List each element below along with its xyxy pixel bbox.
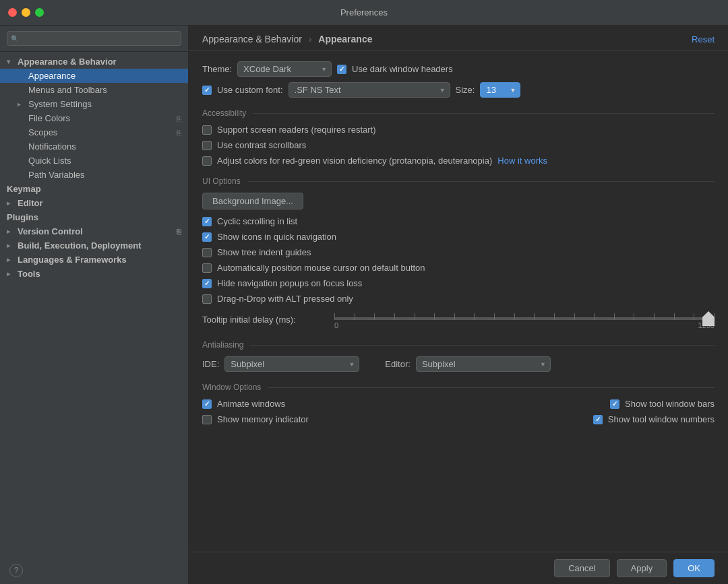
- hide-nav-popups-checkbox[interactable]: [202, 279, 212, 288]
- maximize-button[interactable]: [35, 8, 44, 17]
- reset-button[interactable]: Reset: [692, 34, 715, 44]
- drag-drop-alt-checkbox[interactable]: [202, 294, 212, 304]
- tooltip-slider-row: Tooltip initial delay (ms): 0 1200: [202, 309, 715, 329]
- sidebar-item-label: File Colors: [28, 113, 70, 123]
- editor-aa-dropdown[interactable]: Subpixel ▼: [416, 356, 551, 372]
- show-tool-window-numbers-checkbox[interactable]: [593, 415, 603, 424]
- how-it-works-link[interactable]: How it works: [497, 156, 547, 166]
- arrow-icon: ▸: [7, 270, 16, 278]
- auto-position-mouse-checkbox[interactable]: [202, 263, 212, 273]
- help-button[interactable]: ?: [9, 564, 23, 577]
- tooltip-slider-track[interactable]: [334, 317, 715, 320]
- dark-header-checkbox[interactable]: [337, 65, 346, 74]
- sidebar-search-area[interactable]: [0, 26, 188, 52]
- sidebar-item-scopes[interactable]: Scopes⎘: [0, 125, 188, 139]
- breadcrumb-parent: Appearance & Behavior: [202, 34, 302, 44]
- antialiasing-row: IDE: Subpixel ▼ Editor: Subpixel ▼: [202, 356, 715, 372]
- sidebar-item-plugins[interactable]: Plugins: [0, 210, 188, 224]
- chevron-down-icon: ▼: [321, 66, 327, 73]
- sidebar-item-keymap[interactable]: Keymap: [0, 182, 188, 196]
- window-options-rows: Animate windows Show tool window bars Sh…: [202, 399, 715, 424]
- sidebar-item-path-variables[interactable]: Path Variables: [0, 168, 188, 182]
- show-tool-window-bars-checkbox[interactable]: [610, 399, 619, 409]
- minimize-button[interactable]: [22, 8, 30, 17]
- arrow-icon: ▸: [18, 100, 27, 108]
- breadcrumb: Appearance & Behavior › Appearance: [202, 34, 372, 44]
- ui-options-items: Cyclic scrolling in list Show icons in q…: [202, 216, 715, 304]
- contrast-scrollbars-checkbox[interactable]: [202, 141, 212, 150]
- accessibility-section-divider: Accessibility: [202, 108, 715, 118]
- close-button[interactable]: [8, 8, 17, 17]
- ok-button[interactable]: OK: [673, 559, 715, 577]
- ui-options-label: UI Options: [202, 176, 241, 186]
- chevron-down-icon: ▼: [439, 87, 446, 94]
- bg-image-area: Background Image...: [202, 193, 715, 216]
- window-options-section-divider: Window Options: [202, 383, 715, 392]
- ui-option-cyclic-scrolling: Cyclic scrolling in list: [202, 216, 715, 226]
- sidebar-item-label: Appearance & Behavior: [18, 57, 117, 67]
- search-input[interactable]: [7, 31, 181, 46]
- slider-tick: [654, 313, 655, 320]
- tooltip-slider-container: 0 1200: [334, 309, 715, 329]
- dark-header-label: Use dark window headers: [352, 64, 453, 74]
- window-option-row-1: Show memory indicator Show tool window n…: [202, 414, 715, 424]
- slider-tick: [554, 313, 555, 320]
- slider-tick: [334, 313, 335, 320]
- screen-readers-checkbox[interactable]: [202, 125, 212, 135]
- slider-tick: [514, 313, 515, 320]
- cancel-button[interactable]: Cancel: [554, 559, 609, 577]
- sidebar-item-label: Plugins: [7, 212, 38, 222]
- sidebar-item-notifications[interactable]: Notifications: [0, 139, 188, 154]
- sidebar-item-appearance[interactable]: Appearance: [0, 69, 188, 83]
- arrow-icon: ▸: [7, 242, 16, 249]
- background-image-button[interactable]: Background Image...: [202, 193, 303, 209]
- slider-tick: [594, 313, 595, 320]
- sidebar-item-appearance-behavior[interactable]: ▾Appearance & Behavior: [0, 55, 188, 69]
- breadcrumb-separator: ›: [309, 34, 312, 44]
- show-memory-checkbox[interactable]: [202, 415, 212, 424]
- sidebar-item-tools[interactable]: ▸Tools: [0, 267, 188, 281]
- animate-windows-checkbox[interactable]: [202, 399, 212, 409]
- sidebar-item-version-control[interactable]: ▸Version Control⎘: [0, 224, 188, 238]
- content-panel: Appearance & Behavior › Appearance Reset…: [189, 26, 728, 584]
- show-tool-window-numbers-label: Show tool window numbers: [608, 414, 715, 424]
- divider-line-ui: [247, 181, 715, 182]
- sidebar-item-system-settings[interactable]: ▸System Settings: [0, 97, 188, 111]
- arrow-icon: ▸: [7, 199, 16, 207]
- color-deficiency-checkbox[interactable]: [202, 156, 212, 166]
- sidebar-item-build-execution[interactable]: ▸Build, Execution, Deployment: [0, 238, 188, 253]
- custom-font-checkbox[interactable]: [202, 86, 212, 95]
- sidebar-item-label: Languages & Frameworks: [18, 255, 127, 265]
- ui-option-drag-drop-alt: Drag-n-Drop with ALT pressed only: [202, 294, 715, 304]
- sidebar-item-quick-lists[interactable]: Quick Lists: [0, 154, 188, 168]
- animate-windows-label: Animate windows: [217, 399, 285, 409]
- copy-icon: ⎘: [177, 115, 181, 123]
- sidebar-item-editor[interactable]: ▸Editor: [0, 196, 188, 210]
- sidebar-item-label: Keymap: [7, 184, 41, 194]
- chevron-down-icon: ▼: [348, 361, 355, 368]
- slider-tick: [374, 313, 375, 320]
- apply-button[interactable]: Apply: [617, 559, 667, 577]
- ide-aa-dropdown[interactable]: Subpixel ▼: [224, 356, 359, 372]
- sidebar-item-languages-frameworks[interactable]: ▸Languages & Frameworks: [0, 253, 188, 267]
- sidebar-item-label: Version Control: [18, 226, 83, 236]
- sidebar: ▾Appearance & BehaviorAppearanceMenus an…: [0, 26, 189, 584]
- tree-indent-checkbox[interactable]: [202, 248, 212, 257]
- font-dropdown[interactable]: .SF NS Text ▼: [289, 82, 450, 98]
- sidebar-item-label: Menus and Toolbars: [28, 85, 107, 95]
- sidebar-item-label: Scopes: [28, 127, 57, 137]
- custom-font-label: Use custom font:: [217, 85, 283, 95]
- sidebar-item-file-colors[interactable]: File Colors⎘: [0, 111, 188, 125]
- theme-dropdown[interactable]: XCode Dark ▼: [237, 61, 332, 77]
- slider-tick: [454, 313, 455, 320]
- cyclic-scrolling-checkbox[interactable]: [202, 217, 212, 226]
- editor-aa-label: Editor:: [385, 359, 411, 369]
- title-bar: Preferences: [0, 0, 728, 26]
- ui-option-show-icons-quick: Show icons in quick navigation: [202, 232, 715, 242]
- drag-drop-alt-label: Drag-n-Drop with ALT pressed only: [217, 294, 353, 304]
- show-icons-quick-checkbox[interactable]: [202, 232, 212, 242]
- auto-position-mouse-label: Automatically position mouse cursor on d…: [217, 263, 425, 273]
- font-size-dropdown[interactable]: 13 ▼: [480, 82, 520, 98]
- bottom-bar: Cancel Apply OK: [189, 552, 728, 584]
- sidebar-item-menus-toolbars[interactable]: Menus and Toolbars: [0, 83, 188, 97]
